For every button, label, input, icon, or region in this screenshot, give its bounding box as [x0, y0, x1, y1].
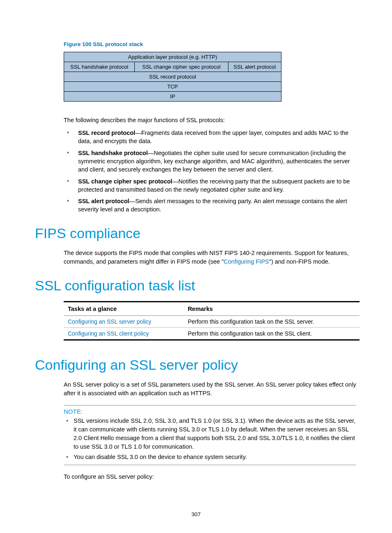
table-row: Configuring an SSL client policy Perform… [64, 327, 360, 340]
note-list: SSL versions include SSL 2.0, SSL 3.0, a… [64, 417, 356, 461]
figure-caption: Figure 100 SSL protocol stack [64, 41, 356, 47]
protocol-title: SSL alert protocol [78, 198, 129, 204]
note-label: NOTE: [64, 408, 356, 415]
protocol-stack-table: Application layer protocol (e.g. HTTP) S… [64, 52, 281, 102]
protocol-title: SSL record protocol [78, 130, 135, 136]
task-link-server[interactable]: Configuring an SSL server policy [68, 318, 151, 325]
heading-tasklist: SSL configuration task list [35, 278, 356, 294]
page-number: 307 [0, 511, 392, 517]
protocol-title: SSL change cipher spec protocol [78, 178, 172, 185]
heading-fips: FIPS compliance [35, 225, 356, 241]
protocol-title: SSL handshake protocol [78, 150, 148, 156]
table-row: Configuring an SSL server policy Perform… [64, 315, 360, 327]
list-item: SSL change cipher spec protocol—Notifies… [64, 177, 356, 194]
list-item: SSL record protocol—Fragments data recei… [64, 129, 356, 146]
stack-row-record: SSL record protocol [64, 72, 281, 82]
note-block: NOTE: SSL versions include SSL 2.0, SSL … [64, 405, 356, 465]
server-policy-paragraph: An SSL server policy is a set of SSL par… [64, 380, 356, 398]
task-header-remarks: Remarks [184, 301, 360, 315]
stack-cell-handshake: SSL handshake protocol [64, 62, 135, 72]
note-item: You can disable SSL 3.0 on the device to… [64, 453, 356, 461]
note-item: SSL versions include SSL 2.0, SSL 3.0, a… [64, 417, 356, 451]
heading-server-policy: Configuring an SSL server policy [35, 357, 356, 373]
task-table: Tasks at a glance Remarks Configuring an… [64, 301, 360, 341]
stack-row-app: Application layer protocol (e.g. HTTP) [64, 52, 281, 62]
stack-row-ip: IP [64, 92, 281, 102]
fips-text-after: ") and non-FIPS mode. [269, 258, 330, 265]
intro-text: The following describes the major functi… [64, 116, 356, 125]
stack-cell-cipher: SSL change cipher spec protocol [135, 62, 228, 72]
list-item: SSL handshake protocol—Negotiates the ci… [64, 149, 356, 174]
task-remark: Perform this configuration task on the S… [184, 315, 360, 327]
list-item: SSL alert protocol—Sends alert messages … [64, 197, 356, 214]
protocol-list: SSL record protocol—Fragments data recei… [64, 129, 356, 214]
task-link-client[interactable]: Configuring an SSL client policy [68, 330, 149, 337]
task-remark: Perform this configuration task on the S… [184, 327, 360, 340]
fips-paragraph: The device supports the FIPS mode that c… [64, 249, 356, 266]
closing-text: To configure an SSL server policy: [64, 473, 356, 481]
stack-row-tcp: TCP [64, 82, 281, 92]
stack-cell-alert: SSL alert protocol [228, 62, 281, 72]
task-header-tasks: Tasks at a glance [64, 301, 184, 315]
configuring-fips-link[interactable]: Configuring FIPS [224, 258, 269, 265]
